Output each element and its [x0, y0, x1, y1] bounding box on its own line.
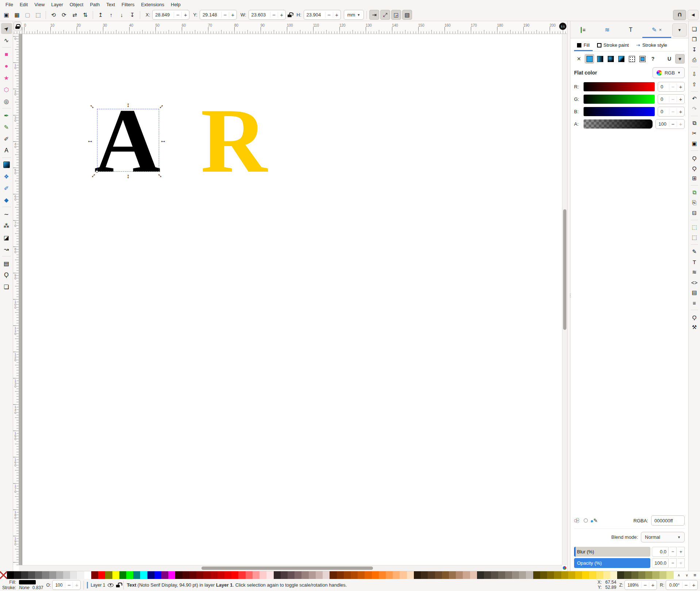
palette-swatch[interactable]	[323, 571, 330, 579]
palette-swatch[interactable]	[344, 571, 351, 579]
selector-tool[interactable]: ➤	[1, 23, 12, 34]
layer-lock-icon[interactable]	[116, 583, 120, 587]
text-object-r[interactable]: R	[201, 95, 267, 187]
blur-decrement[interactable]: −	[669, 547, 677, 557]
palette-swatch[interactable]	[463, 571, 470, 579]
slider-b[interactable]	[584, 107, 655, 116]
palette-scroll-down-button[interactable]: ∨	[683, 572, 691, 579]
palette-swatch[interactable]	[470, 571, 477, 579]
palette-swatch[interactable]	[182, 571, 189, 579]
zoom-decrement[interactable]: −	[641, 582, 649, 588]
preferences-button[interactable]: ⚒	[690, 323, 699, 332]
palette-swatch[interactable]	[154, 571, 161, 579]
paint-swatch-button[interactable]	[638, 54, 647, 64]
rotation-spinbox[interactable]: 0.00° − +	[666, 580, 698, 590]
palette-swatch[interactable]	[421, 571, 428, 579]
palette-swatch[interactable]	[7, 571, 14, 579]
measure-tool[interactable]: ▤	[1, 258, 12, 269]
select-all-button[interactable]: ▣	[1, 10, 11, 20]
fill-stroke-dialog-button[interactable]: ✎	[690, 247, 699, 256]
zoom-selection-button[interactable]: Ϙ	[690, 153, 699, 163]
collapse-toolbar-button[interactable]: ◀	[688, 10, 699, 20]
palette-swatch[interactable]	[91, 571, 98, 579]
move-gradients-toggle[interactable]: ▧	[402, 10, 412, 20]
enable-snapping-toggle[interactable]: U	[673, 10, 686, 20]
w-spinbox[interactable]: 23.603 − +	[249, 10, 286, 20]
find-replace-button[interactable]: Ϙ	[690, 312, 699, 322]
menu-object[interactable]: Object	[66, 1, 87, 8]
tab-align-distribute[interactable]: ≡	[571, 23, 595, 38]
slider-decrement[interactable]: −	[669, 96, 677, 102]
blend-mode-dropdown[interactable]: Normal ▼	[641, 532, 685, 542]
zoom-page-button[interactable]: ⊞	[690, 174, 699, 183]
layers-dialog-button[interactable]: ≋	[690, 267, 699, 277]
object-opacity-increment[interactable]: +	[73, 582, 80, 588]
move-as-group-toggle[interactable]: ⇥	[369, 10, 379, 20]
slider-spinbox[interactable]: 100−+	[655, 119, 685, 129]
lower-to-bottom-button[interactable]: ↧	[127, 10, 137, 20]
palette-swatch[interactable]	[211, 571, 218, 579]
x-spinbox[interactable]: 28.849 − +	[152, 10, 189, 20]
menu-view[interactable]: View	[31, 1, 48, 8]
palette-swatch[interactable]	[631, 571, 638, 579]
palette-swatch[interactable]	[652, 571, 659, 579]
export-button[interactable]: ⇧	[690, 80, 699, 89]
palette-swatch[interactable]	[512, 571, 519, 579]
menu-layer[interactable]: Layer	[48, 1, 66, 8]
palette-swatch[interactable]	[316, 571, 323, 579]
zoom-increment[interactable]: +	[649, 582, 657, 588]
print-button[interactable]: ⎙	[690, 55, 699, 65]
lock-guides-button[interactable]	[14, 22, 22, 31]
w-value[interactable]: 23.603	[249, 12, 270, 18]
align-dialog-button[interactable]: ≡	[690, 298, 699, 308]
panel-resize-grip[interactable]: ⋮	[567, 21, 570, 571]
paste-button[interactable]: ▣	[690, 139, 699, 148]
palette-swatch[interactable]	[449, 571, 456, 579]
dropper-tool[interactable]: ✐	[1, 183, 12, 194]
layer-visibility-eye-icon[interactable]	[108, 583, 114, 587]
scale-corners-toggle[interactable]: ◲	[391, 10, 401, 20]
slider-r[interactable]	[584, 82, 655, 91]
rotation-value[interactable]: 0.00°	[666, 583, 682, 588]
palette-scroll-up-button[interactable]: ∧	[675, 572, 682, 579]
selection-box-toggle[interactable]: ⬚	[33, 10, 43, 20]
palette-swatch[interactable]	[119, 571, 126, 579]
slider-increment[interactable]: +	[677, 96, 684, 102]
lock-ratio-toggle[interactable]	[288, 12, 292, 17]
slider-value[interactable]: 0	[658, 96, 669, 102]
select-all-layers-button[interactable]: ▦	[12, 10, 22, 20]
palette-swatch[interactable]	[175, 571, 182, 579]
tab-layers[interactable]: ≋	[595, 23, 619, 38]
palette-swatch[interactable]	[274, 571, 281, 579]
zoom-spinbox[interactable]: 189% − +	[624, 580, 657, 590]
palette-swatch[interactable]	[189, 571, 196, 579]
palette-swatch[interactable]	[505, 571, 512, 579]
color-managed-view-icon[interactable]	[562, 565, 567, 571]
palette-swatch[interactable]	[35, 571, 42, 579]
paint-linear-gradient-button[interactable]	[595, 54, 605, 64]
xml-editor-button[interactable]: <>	[690, 278, 699, 287]
slider-spinbox[interactable]: 0−+	[658, 82, 685, 92]
slider-decrement[interactable]: −	[669, 108, 677, 115]
raise-button[interactable]: ↑	[106, 10, 116, 20]
fill-stroke-indicator[interactable]: Fill: Stroke: None 0.837	[2, 580, 43, 590]
clone-button[interactable]: ⎘	[690, 198, 699, 207]
x-decrement[interactable]: −	[174, 12, 181, 18]
horizontal-scrollbar-thumb[interactable]	[201, 567, 373, 570]
scale-handle-e[interactable]: ↔	[160, 137, 166, 144]
spray-tool[interactable]: ⁂	[1, 220, 12, 231]
menu-filters[interactable]: Filters	[118, 1, 138, 8]
text-tool[interactable]: A	[1, 145, 12, 156]
pages-tool[interactable]: ❏	[1, 281, 12, 292]
vertical-scrollbar[interactable]	[562, 34, 567, 565]
opacity-increment[interactable]: +	[677, 558, 685, 568]
color-mode-dropdown[interactable]: RGB ▼	[653, 67, 685, 78]
palette-swatch[interactable]	[617, 571, 624, 579]
palette-config-button[interactable]: ≡	[691, 572, 699, 579]
more-dialogs-button[interactable]: ▼	[672, 23, 687, 37]
palette-swatch[interactable]	[246, 571, 253, 579]
slider-increment[interactable]: +	[677, 121, 684, 127]
palette-swatch[interactable]	[301, 571, 308, 579]
palette-swatch[interactable]	[568, 571, 575, 579]
palette-swatch[interactable]	[589, 571, 596, 579]
